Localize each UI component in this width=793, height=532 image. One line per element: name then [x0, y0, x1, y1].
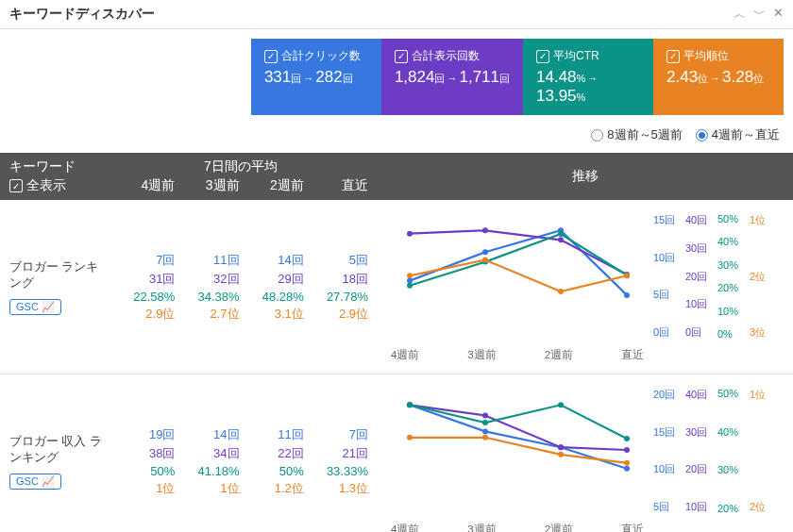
gsc-badge[interactable]: GSC 📈: [9, 299, 61, 315]
svg-point-28: [407, 435, 413, 441]
svg-point-10: [558, 231, 564, 237]
metric-position[interactable]: ✓平均順位 2.43位→3.28位: [653, 39, 784, 115]
svg-point-26: [558, 402, 564, 407]
data-cell: 14回34回41.18%1位: [175, 386, 239, 532]
data-cell: 5回18回27.78%2.9位: [304, 211, 368, 362]
keyword-cell: ブロガー 収入 ランキングGSC 📈: [9, 386, 110, 532]
close-icon[interactable]: ✕: [773, 6, 784, 23]
radio-period-1[interactable]: 8週前～5週前: [591, 126, 682, 143]
svg-point-31: [624, 460, 630, 466]
svg-point-14: [558, 289, 564, 294]
keyword-text: ブロガー 収入 ランキング: [9, 434, 110, 466]
trend-chart: 15回10回5回0回40回30回20回10回0回50%40%30%20%10%0…: [381, 211, 785, 362]
chart-icon: 📈: [42, 301, 55, 313]
y-axes: 15回10回5回0回40回30回20回10回0回50%40%30%20%10%0…: [653, 211, 785, 341]
panel-header: キーワードディスカバー ︿ ﹀ ✕: [0, 0, 793, 29]
metric-impressions[interactable]: ✓合計表示回数 1,824回→1,711回: [381, 39, 523, 115]
data-cell: 19回38回50%1位: [110, 386, 175, 532]
metric-cards: ✓合計クリック数 331回→282回 ✓合計表示回数 1,824回→1,711回…: [0, 29, 793, 123]
svg-point-30: [558, 452, 564, 457]
checkbox-icon: ✓: [536, 50, 549, 63]
col-avg: 7日間の平均: [113, 158, 368, 175]
header-controls: ︿ ﹀ ✕: [734, 6, 784, 23]
y-axes: 20回15回10回5回40回30回20回10回50%40%30%20%1位2位: [653, 386, 785, 516]
data-cell: 11回32回34.38%2.7位: [175, 211, 239, 362]
svg-point-27: [624, 436, 630, 441]
svg-point-15: [624, 273, 630, 278]
svg-point-12: [407, 273, 413, 278]
period-selector: 8週前～5週前 4週前～直近: [0, 123, 793, 153]
chevron-down-icon[interactable]: ﹀: [753, 6, 766, 23]
svg-point-4: [407, 231, 413, 237]
x-axis: 4週前3週前2週前直近: [391, 348, 644, 362]
chart-icon: 📈: [42, 475, 55, 488]
gsc-badge[interactable]: GSC 📈: [9, 474, 61, 490]
data-cell: 14回29回48.28%3.1位: [240, 211, 304, 362]
keyword-text: ブロガー ランキング: [9, 259, 110, 291]
data-cell: 7回31回22.58%2.9位: [110, 211, 175, 362]
metric-clicks[interactable]: ✓合計クリック数 331回→282回: [251, 39, 381, 115]
svg-point-25: [482, 420, 488, 425]
table-row: ブロガー 収入 ランキングGSC 📈19回38回50%1位14回34回41.18…: [0, 374, 793, 532]
checkbox-icon: ✓: [666, 50, 680, 63]
checkbox-icon: ✓: [395, 50, 408, 63]
svg-point-8: [407, 283, 413, 289]
table-header: キーワード 7日間の平均 ✓全表示 4週前 3週前 2週前 直近 推移: [0, 153, 793, 200]
svg-point-19: [624, 466, 630, 472]
trend-chart: 20回15回10回5回40回30回20回10回50%40%30%20%1位2位4…: [381, 386, 785, 532]
svg-point-1: [482, 249, 488, 255]
page-title: キーワードディスカバー: [9, 6, 155, 23]
col-trend: 推移: [378, 153, 793, 200]
svg-point-5: [482, 227, 488, 233]
radio-period-2[interactable]: 4週前～直近: [696, 126, 780, 143]
col-keyword: キーワード: [9, 158, 113, 175]
svg-point-23: [624, 447, 630, 453]
svg-point-0: [407, 278, 413, 284]
svg-point-13: [482, 258, 488, 263]
checkbox-show-all[interactable]: ✓全表示: [9, 177, 110, 194]
svg-point-24: [407, 402, 413, 407]
table-row: ブロガー ランキングGSC 📈7回31回22.58%2.9位11回32回34.3…: [0, 200, 793, 374]
svg-point-21: [482, 413, 488, 419]
x-axis: 4週前3週前2週前直近: [391, 523, 644, 532]
metric-ctr[interactable]: ✓平均CTR 14.48%→13.95%: [523, 39, 653, 115]
data-cell: 11回22回50%1.2位: [240, 386, 304, 532]
chevron-up-icon[interactable]: ︿: [734, 6, 746, 23]
keyword-cell: ブロガー ランキングGSC 📈: [9, 211, 110, 362]
svg-point-22: [558, 444, 564, 450]
svg-point-3: [624, 292, 630, 298]
checkbox-icon: ✓: [264, 50, 278, 63]
svg-point-6: [558, 237, 564, 242]
data-cell: 7回21回33.33%1.3位: [304, 386, 368, 532]
svg-point-17: [482, 428, 488, 434]
svg-point-29: [482, 435, 488, 441]
